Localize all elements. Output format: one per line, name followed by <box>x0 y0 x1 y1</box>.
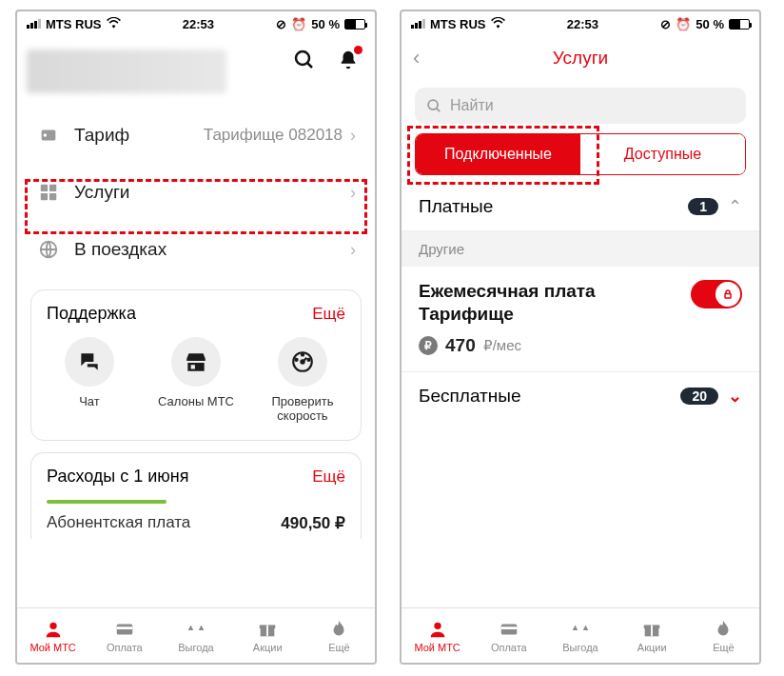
gauge-icon <box>278 337 327 387</box>
svg-point-11 <box>301 360 304 363</box>
card-icon <box>114 619 135 640</box>
clock: 22:53 <box>567 17 598 31</box>
page-title: Услуги <box>553 48 608 69</box>
nav-promo[interactable]: Акции <box>232 608 304 663</box>
paid-count-badge: 1 <box>688 198 718 215</box>
bell-icon[interactable] <box>335 47 362 73</box>
wifi-icon <box>107 17 121 31</box>
nav-my-mts[interactable]: Мой МТС <box>17 608 88 663</box>
search-input[interactable]: Найти <box>415 88 746 124</box>
svg-rect-7 <box>49 193 56 200</box>
nav-pay[interactable]: Оплата <box>473 608 544 663</box>
scales-icon <box>570 619 591 640</box>
svg-line-1 <box>307 63 312 68</box>
nav-benefit[interactable]: Выгода <box>544 608 616 663</box>
free-count-badge: 20 <box>680 388 718 405</box>
row-value: Тарифище 082018 <box>204 126 343 145</box>
rotation-lock-icon: ⊘ <box>276 17 286 31</box>
alarm-icon: ⏰ <box>291 17 306 31</box>
support-card: Поддержка Ещё Чат Салоны МТС Проверить с… <box>30 289 362 441</box>
sim-icon <box>36 123 61 148</box>
nav-label: Мой МТС <box>29 642 75 653</box>
lock-icon <box>715 282 740 307</box>
nav-label: Акции <box>637 642 667 653</box>
menu-list: Тариф Тарифище 082018 › Услуги › В поезд… <box>17 101 375 278</box>
support-item-label: Проверить скорость <box>260 394 345 423</box>
signal-icon <box>411 19 425 29</box>
section-label: Бесплатные <box>419 386 520 407</box>
support-speedtest[interactable]: Проверить скорость <box>260 337 345 423</box>
person-icon <box>43 619 64 640</box>
nav-label: Выгода <box>178 642 213 653</box>
back-button[interactable]: ‹ <box>413 46 420 70</box>
svg-point-24 <box>434 622 441 628</box>
nav-benefit[interactable]: Выгода <box>160 608 231 663</box>
bottom-nav: Мой МТС Оплата Выгода Акции Ещё <box>402 607 759 663</box>
person-icon <box>427 619 448 640</box>
expenses-card: Расходы с 1 июня Ещё Абонентская плата 4… <box>30 452 362 539</box>
expense-line-label: Абонентская плата <box>47 513 190 533</box>
expense-line-value: 490,50 ₽ <box>281 513 345 533</box>
svg-rect-23 <box>725 294 731 299</box>
header: ‹ Услуги <box>402 36 759 80</box>
svg-point-12 <box>302 353 304 355</box>
nav-label: Акции <box>253 642 283 653</box>
battery-icon <box>344 19 365 30</box>
support-stores[interactable]: Салоны МТС <box>153 337 239 423</box>
bottom-nav: Мой МТС Оплата Выгода Акции Ещё <box>17 607 375 663</box>
nav-my-mts[interactable]: Мой МТС <box>402 608 473 663</box>
nav-more[interactable]: Ещё <box>688 608 759 663</box>
expenses-title: Расходы с 1 июня <box>47 467 189 487</box>
gift-icon <box>257 619 278 640</box>
section-label: Платные <box>419 196 493 217</box>
svg-point-3 <box>44 133 48 137</box>
search-icon[interactable] <box>291 47 318 73</box>
services-icon <box>36 180 61 205</box>
alarm-icon: ⏰ <box>676 17 691 31</box>
nav-promo[interactable]: Акции <box>617 608 688 663</box>
expenses-more-link[interactable]: Ещё <box>312 467 345 487</box>
clock: 22:53 <box>183 17 214 31</box>
chevron-right-icon: › <box>350 183 356 203</box>
store-icon <box>171 337 221 387</box>
status-bar: MTS RUS 22:53 ⊘ ⏰ 50 % <box>402 11 759 36</box>
svg-point-15 <box>49 622 56 628</box>
chat-icon <box>65 337 114 387</box>
support-more-link[interactable]: Ещё <box>312 305 345 324</box>
segmented-control: Подключенные Доступные <box>415 133 746 175</box>
service-name: Ежемесячная плата Тарифище <box>419 280 647 326</box>
segment-available[interactable]: Доступные <box>580 134 745 174</box>
section-paid[interactable]: Платные 1 ⌃ <box>402 183 759 231</box>
row-tariff[interactable]: Тариф Тарифище 082018 › <box>17 107 375 164</box>
support-title: Поддержка <box>47 304 136 324</box>
svg-point-21 <box>428 100 438 109</box>
service-toggle[interactable] <box>691 280 742 308</box>
nav-label: Выгода <box>562 642 598 653</box>
nav-pay[interactable]: Оплата <box>88 608 160 663</box>
carrier-label: MTS RUS <box>430 17 486 31</box>
svg-point-0 <box>296 51 309 65</box>
gift-icon <box>641 619 662 640</box>
chevron-down-icon: ⌄ <box>728 386 742 407</box>
signal-icon <box>27 19 41 29</box>
svg-rect-17 <box>117 626 133 629</box>
nav-more[interactable]: Ещё <box>304 608 375 663</box>
nav-label: Мой МТС <box>414 642 460 653</box>
section-free[interactable]: Бесплатные 20 ⌄ <box>402 372 759 420</box>
row-label: Тариф <box>74 125 204 146</box>
blurred-header <box>27 50 226 93</box>
ruble-icon: ₽ <box>419 336 438 355</box>
service-unit: ₽/мес <box>483 337 521 354</box>
phone-right: MTS RUS 22:53 ⊘ ⏰ 50 % ‹ Услуги Найти По… <box>400 10 761 665</box>
row-label: Услуги <box>74 182 350 203</box>
rotation-lock-icon: ⊘ <box>660 17 671 31</box>
row-services[interactable]: Услуги › <box>17 164 375 221</box>
chevron-right-icon: › <box>350 240 356 260</box>
support-chat[interactable]: Чат <box>47 337 132 423</box>
support-item-label: Чат <box>47 394 132 408</box>
segment-connected[interactable]: Подключенные <box>416 134 580 174</box>
service-item: Ежемесячная плата Тарифище ₽ 470 ₽/мес <box>402 267 759 372</box>
row-roaming[interactable]: В поездках › <box>17 221 375 278</box>
svg-point-14 <box>307 359 309 361</box>
wifi-icon <box>491 17 505 31</box>
